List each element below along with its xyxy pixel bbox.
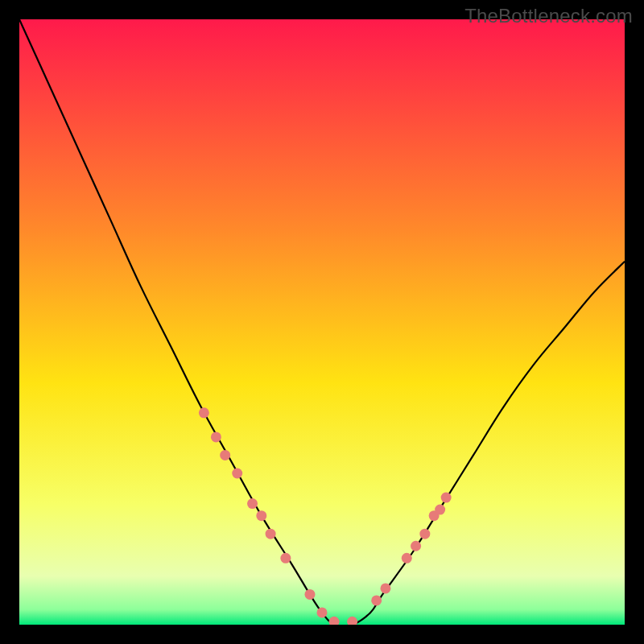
marker-dot xyxy=(411,541,421,551)
marker-dot xyxy=(435,505,445,515)
marker-dot xyxy=(256,510,266,521)
marker-dot xyxy=(266,529,276,539)
marker-dot xyxy=(317,607,328,617)
marker-dot xyxy=(402,553,412,564)
marker-dot xyxy=(247,498,258,509)
bottleneck-chart xyxy=(19,19,625,625)
marker-dot xyxy=(280,553,291,564)
marker-dot xyxy=(304,589,315,600)
marker-dot xyxy=(220,450,230,460)
marker-dot xyxy=(371,595,382,605)
marker-dot xyxy=(419,529,430,539)
marker-dot xyxy=(232,469,242,479)
marker-dot xyxy=(199,407,209,418)
marker-dot xyxy=(441,493,452,503)
marker-dot xyxy=(380,583,390,593)
watermark-text: TheBottleneck.com xyxy=(464,5,633,27)
marker-dot xyxy=(211,431,221,442)
gradient-background xyxy=(19,19,625,625)
chart-frame xyxy=(19,19,625,625)
